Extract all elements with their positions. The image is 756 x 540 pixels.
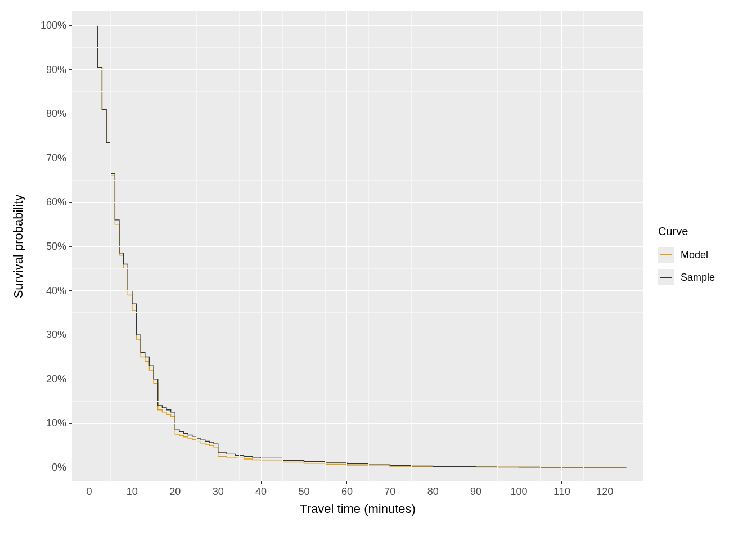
y-tick-label: 0% bbox=[33, 461, 66, 473]
legend-label-sample: Sample bbox=[681, 272, 715, 284]
x-tick-label: 30 bbox=[213, 486, 224, 498]
x-tick-label: 0 bbox=[86, 486, 92, 498]
legend-title: Curve bbox=[658, 225, 715, 238]
legend-item-sample: Sample bbox=[658, 269, 715, 285]
x-tick-label: 10 bbox=[127, 486, 138, 498]
legend-item-model: Model bbox=[658, 247, 715, 263]
x-tick-label: 40 bbox=[255, 486, 267, 498]
y-tick-label: 70% bbox=[33, 152, 66, 164]
y-tick-label: 10% bbox=[33, 417, 66, 429]
legend-swatch-model bbox=[658, 247, 674, 263]
hline-y0 bbox=[72, 467, 644, 467]
y-tick-label: 80% bbox=[33, 108, 66, 120]
legend-swatch-sample bbox=[658, 269, 674, 285]
x-tick-label: 60 bbox=[341, 486, 353, 498]
x-axis-title: Travel time (minutes) bbox=[300, 502, 416, 516]
x-tick-label: 80 bbox=[428, 486, 439, 498]
y-tick-label: 60% bbox=[33, 196, 66, 208]
y-tick-label: 40% bbox=[33, 285, 66, 296]
legend: Curve Model Sample bbox=[658, 225, 715, 292]
x-tick-label: 120 bbox=[596, 486, 613, 498]
y-tick-label: 30% bbox=[33, 329, 66, 341]
y-tick-label: 50% bbox=[33, 241, 66, 253]
x-tick-label: 110 bbox=[554, 486, 570, 498]
y-axis-title: Survival probability bbox=[11, 195, 26, 299]
y-tick-label: 100% bbox=[33, 20, 66, 32]
x-tick-label: 70 bbox=[384, 486, 395, 498]
vline-x0 bbox=[89, 11, 89, 482]
x-tick-label: 20 bbox=[169, 486, 181, 498]
x-tick-label: 100 bbox=[510, 486, 527, 498]
y-tick-label: 20% bbox=[33, 373, 66, 385]
survival-curves bbox=[0, 0, 756, 540]
chart-figure: Survival probability Travel time (minute… bbox=[0, 0, 756, 540]
x-tick-label: 50 bbox=[298, 486, 309, 498]
y-tick-label: 90% bbox=[33, 64, 66, 75]
legend-label-model: Model bbox=[681, 249, 708, 261]
x-tick-label: 90 bbox=[470, 486, 482, 498]
